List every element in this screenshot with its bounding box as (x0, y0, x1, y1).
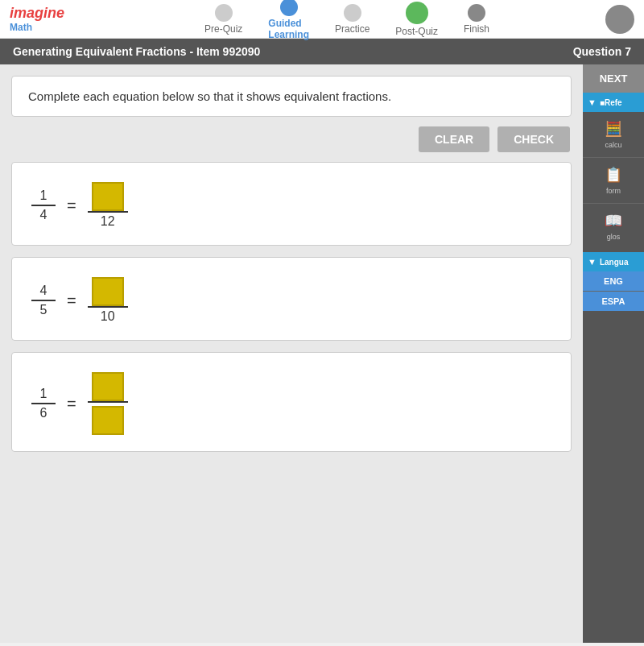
equals-2: = (67, 292, 76, 310)
finish-icon (468, 4, 485, 22)
fraction-2-left: 4 5 (31, 284, 56, 317)
nav-step-finish[interactable]: Finish (464, 4, 489, 35)
logo-area: imagine Math (10, 5, 64, 33)
ref-section-label: ■Refe (600, 98, 622, 107)
fraction-card-2: 4 5 = 10 (11, 257, 572, 341)
frac1-num: 1 (40, 188, 47, 205)
equals-3: = (67, 395, 76, 413)
glossary-label: glos (607, 233, 621, 241)
lang-triangle-icon: ▼ (588, 257, 597, 267)
postquiz-icon (406, 2, 428, 24)
avatar (605, 5, 634, 34)
practice-label: Practice (335, 23, 369, 35)
fraction-1-right: 12 (88, 182, 128, 229)
calculator-icon: 🧮 (605, 120, 622, 138)
question-number: Question 7 (573, 45, 631, 58)
fraction-row-2: 4 5 = 10 (31, 277, 551, 324)
nav-step-postquiz[interactable]: Post-Quiz (395, 2, 438, 37)
frac2-right-den: 10 (101, 308, 115, 324)
guided-icon (280, 0, 298, 16)
fraction-3-left: 1 6 (31, 387, 56, 420)
logo-math: Math (10, 22, 64, 33)
lang-esp-button[interactable]: ESPA (583, 292, 644, 311)
fraction-2-right: 10 (88, 277, 128, 324)
fraction-card-3: 1 6 = (11, 352, 572, 452)
ref-section: ▼ ■Refe (583, 93, 644, 112)
check-button[interactable]: CHECK (497, 126, 570, 152)
calc-label: calcu (605, 141, 621, 149)
instruction-box: Complete each equation below so that it … (11, 76, 572, 117)
frac2-num: 4 (40, 284, 47, 300)
ref-triangle-icon: ▼ (588, 97, 597, 107)
formula-label: form (606, 187, 621, 195)
fraction-3-right (88, 372, 128, 435)
answer-box-3-den[interactable] (92, 406, 124, 435)
clear-button[interactable]: CLEAR (419, 126, 489, 152)
question-header: Generating Equivalent Fractions - Item 9… (0, 39, 644, 64)
prequiz-icon (215, 4, 233, 22)
answer-box-1[interactable] (92, 182, 124, 211)
frac3-right-line (88, 401, 128, 403)
equals-1: = (67, 197, 76, 215)
frac3-num: 1 (40, 387, 47, 403)
practice-icon (344, 4, 361, 22)
answer-box-3-num[interactable] (92, 372, 124, 401)
answer-box-2[interactable] (92, 277, 124, 306)
fraction-row-3: 1 6 = (31, 372, 551, 435)
right-sidebar: NEXT ▼ ■Refe 🧮 calcu 📋 form 📖 glos ▼ Lan… (583, 64, 644, 643)
prequiz-label: Pre-Quiz (204, 23, 242, 35)
fraction-1-left: 1 4 (31, 188, 56, 222)
logo-imagine: imagine (10, 5, 64, 22)
main-layout: Complete each equation below so that it … (0, 64, 644, 643)
finish-label: Finish (464, 23, 489, 35)
nav-steps: Pre-Quiz GuidedLearning Practice Post-Qu… (89, 0, 605, 40)
ref-item-formula[interactable]: 📋 form (583, 158, 644, 203)
question-title: Generating Equivalent Fractions - Item 9… (13, 45, 260, 58)
formula-icon: 📋 (605, 166, 622, 184)
lang-section-label: Langua (600, 258, 629, 267)
ref-item-calc[interactable]: 🧮 calcu (583, 112, 644, 157)
glossary-icon: 📖 (605, 212, 622, 230)
top-nav: imagine Math Pre-Quiz GuidedLearning Pra… (0, 0, 644, 39)
instruction-text: Complete each equation below so that it … (28, 89, 391, 103)
lang-eng-button[interactable]: ENG (583, 271, 644, 291)
guided-label: GuidedLearning (268, 18, 309, 40)
nav-step-practice[interactable]: Practice (335, 4, 369, 35)
content-area: Complete each equation below so that it … (0, 64, 583, 643)
nav-step-prequiz[interactable]: Pre-Quiz (204, 4, 242, 35)
action-bar: CLEAR CHECK (11, 126, 572, 152)
frac3-den: 6 (40, 404, 47, 420)
next-button[interactable]: NEXT (583, 64, 644, 93)
frac1-right-den: 12 (101, 213, 115, 229)
postquiz-label: Post-Quiz (395, 26, 438, 37)
lang-section: ▼ Langua (583, 252, 644, 271)
fraction-card-1: 1 4 = 12 (11, 162, 572, 246)
nav-step-guided[interactable]: GuidedLearning (268, 0, 309, 40)
fraction-row-1: 1 4 = 12 (31, 182, 551, 229)
frac2-den: 5 (40, 301, 47, 317)
frac1-den: 4 (40, 206, 47, 222)
ref-item-glossary[interactable]: 📖 glos (583, 204, 644, 249)
